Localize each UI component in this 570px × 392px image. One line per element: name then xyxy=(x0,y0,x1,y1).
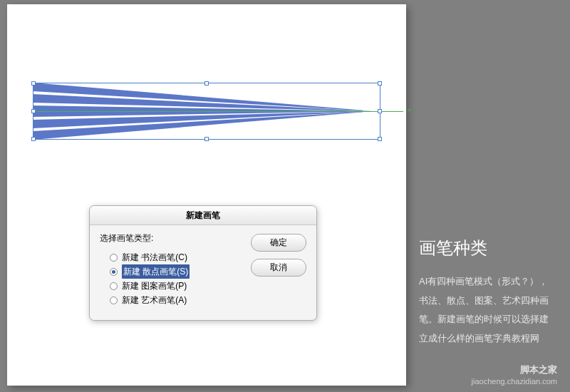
cancel-button[interactable]: 取消 xyxy=(251,259,306,277)
radio-icon xyxy=(110,296,118,304)
watermark-line1: 脚本之家 xyxy=(472,364,557,376)
resize-handle-ml[interactable] xyxy=(31,109,36,113)
option-label: 新建 书法画笔(C) xyxy=(122,250,187,264)
resize-handle-tr[interactable] xyxy=(378,81,382,86)
ok-button[interactable]: 确定 xyxy=(251,234,306,252)
option-label: 新建 图案画笔(P) xyxy=(122,279,187,293)
artboard[interactable]: 新建画笔 选择画笔类型: 新建 书法画笔(C) 新建 散点画笔(S) 新建 图案… xyxy=(7,4,406,386)
option-scatter-brush[interactable]: 新建 散点画笔(S) xyxy=(110,264,251,279)
option-pattern-brush[interactable]: 新建 图案画笔(P) xyxy=(110,279,251,293)
resize-handle-tl[interactable] xyxy=(31,81,36,86)
option-art-brush[interactable]: 新建 艺术画笔(A) xyxy=(110,293,251,307)
resize-handle-tm[interactable] xyxy=(204,81,209,86)
annotation-body: AI有四种画笔模式（形式？），书法、散点、图案、艺术四种画笔。新建画笔的时候可以… xyxy=(419,272,556,349)
side-annotation: 画笔种类 AI有四种画笔模式（形式？），书法、散点、图案、艺术四种画笔。新建画笔… xyxy=(419,237,556,349)
radio-icon xyxy=(110,254,118,262)
resize-handle-br[interactable] xyxy=(378,137,382,141)
watermark: 脚本之家 jiaocheng.chazidian.com xyxy=(472,364,557,386)
resize-handle-bm[interactable] xyxy=(204,137,209,141)
radio-icon xyxy=(110,268,118,276)
dialog-title: 新建画笔 xyxy=(90,206,316,225)
resize-handle-mr[interactable] xyxy=(378,109,382,113)
annotation-title: 画笔种类 xyxy=(419,237,556,259)
new-brush-dialog: 新建画笔 选择画笔类型: 新建 书法画笔(C) 新建 散点画笔(S) 新建 图案… xyxy=(89,205,317,321)
option-label: 新建 散点画笔(S) xyxy=(122,264,190,279)
radio-icon xyxy=(110,282,118,290)
option-label: 新建 艺术画笔(A) xyxy=(122,293,187,307)
selection-bounds[interactable] xyxy=(33,83,380,140)
brush-type-options: 新建 书法画笔(C) 新建 散点画笔(S) 新建 图案画笔(P) 新建 艺术画笔… xyxy=(100,250,251,307)
watermark-line2: jiaocheng.chazidian.com xyxy=(472,376,557,386)
option-calligraphy-brush[interactable]: 新建 书法画笔(C) xyxy=(110,250,251,264)
dialog-prompt: 选择画笔类型: xyxy=(100,232,251,244)
resize-handle-bl[interactable] xyxy=(31,137,36,141)
